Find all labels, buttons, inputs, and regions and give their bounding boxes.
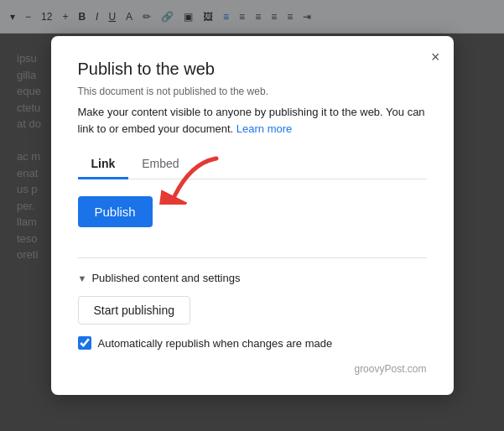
chevron-icon: ▼ (78, 273, 87, 283)
checkbox-label: Automatically republish when changes are… (98, 337, 333, 350)
modal-overlay: × Publish to the web This document is no… (0, 0, 504, 431)
modal: × Publish to the web This document is no… (51, 36, 454, 395)
start-publishing-button[interactable]: Start publishing (78, 296, 191, 325)
watermark: groovyPost.com (78, 363, 427, 375)
tab-link[interactable]: Link (78, 150, 129, 179)
learn-more-link[interactable]: Learn more (236, 122, 292, 135)
checkbox-row: Automatically republish when changes are… (78, 336, 427, 350)
republish-checkbox[interactable] (78, 336, 91, 350)
modal-description: Make your content visible to anyone by p… (78, 104, 427, 137)
publish-button[interactable]: Publish (78, 196, 153, 227)
divider (78, 257, 427, 258)
modal-subtitle: This document is not published to the we… (78, 86, 427, 97)
close-button[interactable]: × (431, 49, 440, 65)
modal-title: Publish to the web (78, 60, 427, 79)
section-header[interactable]: ▼ Published content and settings (78, 272, 427, 284)
tabs-container: Link Embed (78, 150, 427, 179)
section-header-label: Published content and settings (91, 272, 240, 284)
tab-embed[interactable]: Embed (128, 150, 192, 179)
